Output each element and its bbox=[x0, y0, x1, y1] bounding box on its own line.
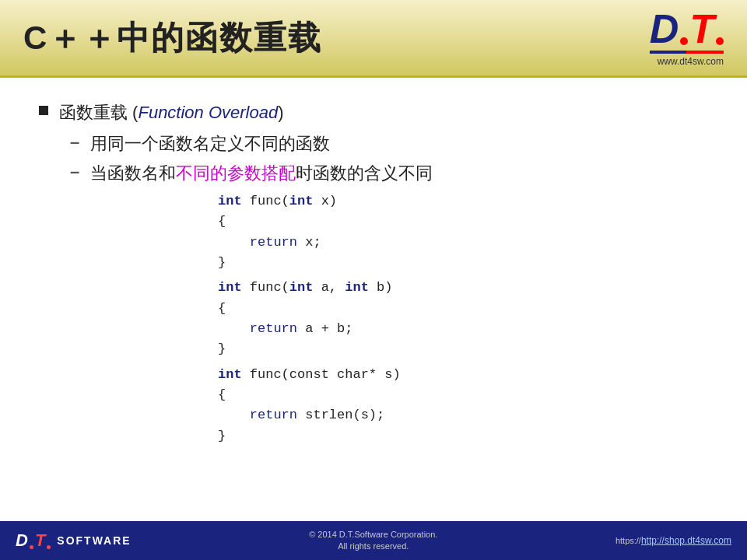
bullet-text-1: 函数重载 (Function Overload) bbox=[59, 101, 284, 124]
code1-line4: } bbox=[218, 253, 708, 273]
footer: D T SOFTWARE © 2014 D.T.Software Corpora… bbox=[0, 521, 747, 560]
copyright-line1: © 2014 D.T.Software Corporation. bbox=[309, 529, 437, 541]
code2-line3: return a + b; bbox=[218, 319, 708, 339]
logo-d-letter: D bbox=[650, 9, 679, 49]
footer-dot-r bbox=[30, 545, 33, 549]
code3-line3: return strlen(s); bbox=[218, 405, 708, 425]
header: C＋＋中的函数重载 D T www.dt4sw.com bbox=[0, 0, 747, 78]
code3-line1: int func(const char* s) bbox=[218, 365, 708, 385]
footer-logo-d: D bbox=[16, 530, 28, 551]
footer-copyright: © 2014 D.T.Software Corporation. All rig… bbox=[309, 529, 437, 553]
bullet-square-icon bbox=[39, 106, 48, 115]
dash-icon-2: – bbox=[70, 162, 79, 182]
logo-dot1 bbox=[680, 37, 688, 45]
logo-t-letter: T bbox=[689, 9, 714, 49]
logo-url: www.dt4sw.com bbox=[658, 56, 724, 67]
code-block-1: int func(int x) { return x; } bbox=[218, 191, 708, 273]
sub2-magenta: 不同的参数搭配 bbox=[176, 163, 296, 183]
code3-line2: { bbox=[218, 385, 708, 405]
footer-link-prefix: https:// bbox=[615, 536, 641, 545]
footer-logo-t: T bbox=[35, 530, 45, 551]
logo-area: D T www.dt4sw.com bbox=[650, 9, 724, 67]
sub-text-2: 当函数名和不同的参数搭配时函数的含义不同 bbox=[90, 162, 433, 185]
code1-line3: return x; bbox=[218, 233, 708, 253]
page-title: C＋＋中的函数重载 bbox=[23, 16, 322, 60]
code1-line1: int func(int x) bbox=[218, 191, 708, 212]
code-block-2: int func(int a, int b) { return a + b; } bbox=[218, 278, 708, 359]
code-block-3: int func(const char* s) { return strlen(… bbox=[218, 365, 708, 446]
code3-line4: } bbox=[218, 426, 708, 446]
bullet1-highlight: Function Overload bbox=[138, 103, 278, 122]
dash-icon-1: – bbox=[70, 132, 79, 152]
footer-link[interactable]: http://shop.dt4sw.com bbox=[641, 535, 731, 546]
copyright-line2: All rights reserved. bbox=[309, 541, 437, 552]
logo-dot2 bbox=[716, 37, 724, 45]
sub2-after: 时函数的含义不同 bbox=[296, 163, 433, 183]
footer-right: https://http://shop.dt4sw.com bbox=[615, 535, 731, 546]
sub-bullet-2: – 当函数名和不同的参数搭配时函数的含义不同 bbox=[70, 162, 708, 185]
footer-dot2 bbox=[47, 545, 51, 549]
logo-icon: D T bbox=[650, 9, 724, 49]
sub-text-1: 用同一个函数名定义不同的函数 bbox=[90, 132, 330, 156]
bullet1-suffix: ) bbox=[278, 103, 283, 122]
main-content: 函数重载 (Function Overload) – 用同一个函数名定义不同的函… bbox=[0, 78, 747, 462]
footer-logo: D T SOFTWARE bbox=[16, 530, 132, 551]
code2-line2: { bbox=[218, 299, 708, 319]
code2-line4: } bbox=[218, 339, 708, 359]
footer-software-label: SOFTWARE bbox=[57, 534, 131, 547]
logo-bar bbox=[650, 51, 724, 54]
code1-line2: { bbox=[218, 212, 708, 232]
bullet-item-1: 函数重载 (Function Overload) bbox=[39, 101, 708, 124]
sub-bullet-1: – 用同一个函数名定义不同的函数 bbox=[70, 132, 708, 156]
code2-line1: int func(int a, int b) bbox=[218, 278, 708, 298]
sub2-before: 当函数名和 bbox=[90, 163, 176, 183]
bullet1-prefix: 函数重载 ( bbox=[59, 103, 138, 122]
